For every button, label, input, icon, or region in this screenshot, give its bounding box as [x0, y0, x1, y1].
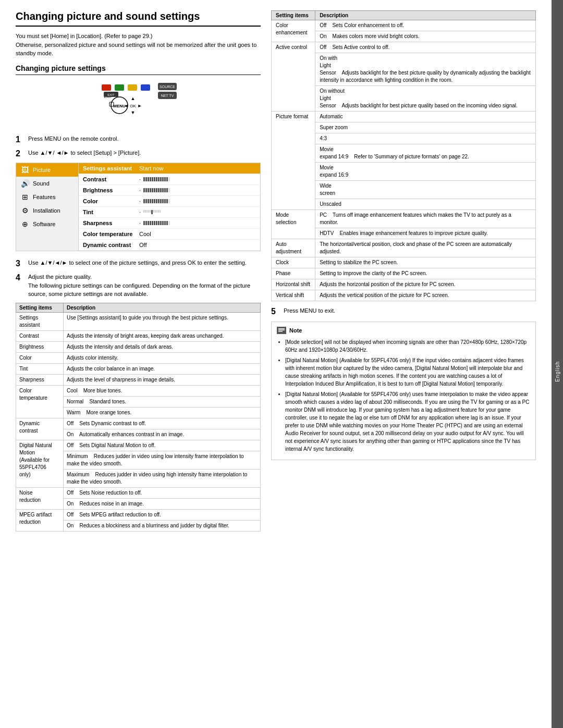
note-label: Note — [289, 326, 302, 335]
step-3: 3 Use ▲/▼/◄/► to select one of the pictu… — [16, 258, 261, 268]
svg-text:EXIT: EXIT — [107, 93, 115, 96]
table-row: Color Adjusts color intensity. — [16, 352, 261, 363]
svg-rect-22 — [278, 331, 283, 332]
step-2: 2 Use ▲/▼/ ◄/► to select [Setup] > [Pict… — [16, 149, 261, 158]
sound-icon: 🔊 — [20, 179, 30, 188]
menu-row-dynamic-contrast: Dynamic contrast Off — [79, 240, 260, 251]
table-row: Vertical shift Adjusts the vertical posi… — [272, 290, 536, 301]
step-5: 5 Press MENU to exit. — [271, 306, 536, 316]
left-settings-table: Setting items Description Settings assis… — [16, 303, 261, 532]
side-language-label: English — [555, 361, 560, 382]
table-row: Picture format Automatic — [272, 112, 536, 122]
menu-item-sound-label: Sound — [33, 180, 50, 187]
table-row: Sharpness Adjusts the level of sharpness… — [16, 374, 261, 385]
svg-rect-1 — [115, 84, 124, 91]
step-1: 1 Press MENU on the remote control. — [16, 134, 261, 144]
picture-icon: 🖼 — [20, 166, 30, 174]
list-item: [Digital Natural Motion] (Available for … — [285, 356, 530, 388]
table-row: Colortemperature Cool More blue tones. — [16, 385, 261, 396]
menu-row-settings-assistant: Settings assistant Start now — [79, 163, 260, 174]
menu-ui-mockup: 🖼 Picture 🔊 Sound ⊞ Features ⚙ Installat… — [16, 163, 261, 251]
note-block: Note [Mode selection] will not be displa… — [271, 322, 536, 460]
left-column: Changing picture and sound settings You … — [16, 10, 261, 718]
table-row: Brightness Adjusts the intensity and det… — [16, 341, 261, 352]
col-header-setting: Setting items — [16, 303, 64, 312]
table-row: Colorenhancement Off Sets Color enhancem… — [272, 20, 536, 31]
step-4: 4 Adjust the picture quality. The follow… — [16, 273, 261, 299]
table-row: Contrast Adjusts the intensity of bright… — [16, 330, 261, 341]
list-item: [Digital Natural Motion] (Available for … — [285, 390, 530, 453]
software-icon: ⊕ — [20, 220, 30, 228]
note-header: Note — [277, 326, 530, 335]
side-language-tab: English — [552, 0, 563, 728]
menu-item-installation[interactable]: ⚙ Installation — [16, 204, 78, 217]
svg-rect-20 — [278, 328, 285, 329]
table-row: Active control Off Sets Active control t… — [272, 42, 536, 53]
menu-item-installation-label: Installation — [33, 207, 60, 214]
note-list: [Mode selection] will not be displayed w… — [277, 338, 530, 453]
svg-rect-3 — [141, 84, 150, 91]
contrast-bar: · — [139, 176, 170, 182]
brightness-bar: · — [139, 187, 170, 193]
menu-row-tint: Tint · — [79, 207, 260, 218]
svg-text:►: ► — [138, 103, 142, 108]
section-heading: Changing picture settings — [16, 64, 261, 75]
menu-item-picture-label: Picture — [33, 167, 51, 173]
menu-row-color: Color · — [79, 196, 260, 207]
installation-icon: ⚙ — [20, 206, 30, 215]
table-row: Mode selection PC Turns off image enhanc… — [272, 210, 536, 228]
tint-bar: · — [139, 209, 161, 215]
menu-row-brightness: Brightness · — [79, 185, 260, 196]
menu-item-features[interactable]: ⊞ Features — [16, 190, 78, 204]
menu-row-color-temperature: Color temperature Cool — [79, 229, 260, 240]
menu-row-contrast: Contrast · — [79, 174, 260, 185]
note-icon — [277, 327, 286, 334]
menu-row-sharpness: Sharpness · — [79, 218, 260, 229]
menu-item-picture[interactable]: 🖼 Picture — [16, 163, 78, 177]
features-icon: ⊞ — [20, 193, 30, 201]
menu-item-software[interactable]: ⊕ Software — [16, 217, 78, 231]
svg-text:NET TV: NET TV — [161, 94, 174, 97]
svg-rect-21 — [278, 330, 285, 331]
svg-text:OK: OK — [130, 104, 136, 108]
table-row: Auto adjustment The horizontal/vertical … — [272, 239, 536, 257]
table-row: Phase Setting to improve the clarity of … — [272, 268, 536, 279]
table-row: Digital NaturalMotion(Available for55PFL… — [16, 440, 261, 451]
menu-content-area: Settings assistant Start now Contrast · — [79, 163, 260, 251]
table-row: Clock Setting to stabilize the PC screen… — [272, 257, 536, 268]
svg-text:◄: ◄ — [124, 103, 129, 108]
table-row: MPEG artifactreduction Off Sets MPEG art… — [16, 509, 261, 520]
table-row: Tint Adjusts the color balance in an ima… — [16, 363, 261, 374]
table-row: Settings assistant Use [Settings assista… — [16, 312, 261, 330]
sharpness-bar: · — [139, 220, 170, 226]
list-item: [Mode selection] will not be displayed w… — [285, 338, 530, 354]
col-header-description: Description — [64, 303, 261, 312]
menu-sidebar: 🖼 Picture 🔊 Sound ⊞ Features ⚙ Installat… — [16, 163, 79, 251]
svg-rect-2 — [128, 84, 137, 91]
menu-item-features-label: Features — [33, 194, 55, 200]
menu-item-software-label: Software — [33, 221, 55, 227]
remote-diagram: SOURCE EXIT MENU ▲ ◄ OK ► ▼ NET TV — [16, 80, 261, 127]
table-row: Horizontal shift Adjusts the horizontal … — [272, 279, 536, 290]
right-col-header-setting: Setting items — [272, 11, 315, 20]
right-settings-table: Setting items Description Colorenhanceme… — [271, 10, 536, 301]
right-column: Setting items Description Colorenhanceme… — [271, 10, 536, 718]
remote-illustration: SOURCE EXIT MENU ▲ ◄ OK ► ▼ NET TV — [81, 80, 195, 127]
svg-rect-0 — [102, 84, 111, 91]
page-title: Changing picture and sound settings — [16, 10, 261, 27]
table-row: Dynamiccontrast Off Sets Dynamic contras… — [16, 418, 261, 429]
color-bar: · — [139, 198, 170, 204]
svg-text:▲: ▲ — [131, 96, 136, 101]
menu-item-sound[interactable]: 🔊 Sound — [16, 177, 78, 190]
svg-text:▼: ▼ — [131, 110, 136, 115]
table-row: Noisereduction Off Sets Noise reduction … — [16, 487, 261, 498]
right-col-header-description: Description — [315, 11, 536, 20]
svg-text:SOURCE: SOURCE — [160, 85, 175, 89]
intro-text: You must set [Home] in [Location]. (Refe… — [16, 32, 261, 58]
